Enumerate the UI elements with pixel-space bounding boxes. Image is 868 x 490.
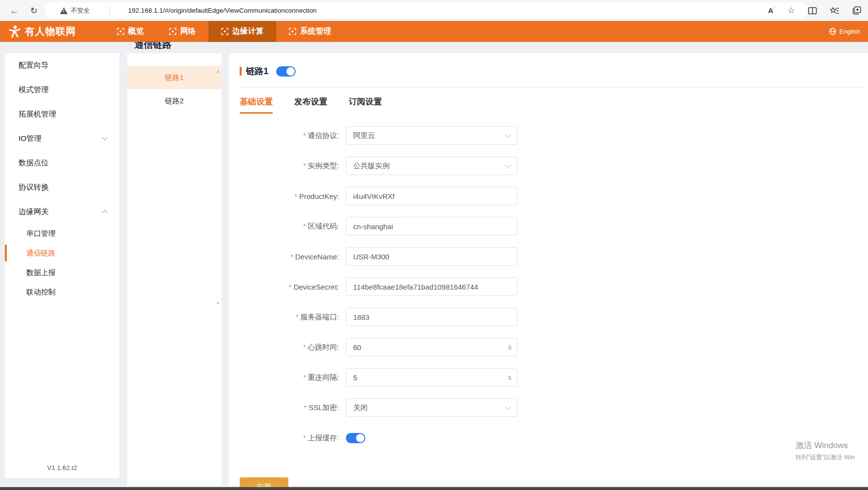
sidebar-item-mode-management[interactable]: 模式管理: [5, 78, 119, 102]
divider: [240, 87, 863, 88]
form-row-productkey: *ProductKey:: [229, 187, 868, 205]
sidebar-item-serial-management[interactable]: 串口管理: [5, 224, 119, 243]
sidebar-item-io-management[interactable]: IO管理: [5, 126, 119, 151]
sidebar-item-data-points[interactable]: 数据点位: [5, 151, 119, 175]
productkey-field: [346, 187, 517, 205]
nav-tab-edge-computing[interactable]: 边缘计算: [208, 21, 276, 42]
heartbeat-input[interactable]: [346, 338, 517, 356]
app-header: 有人物联网 概览 网络 边缘计算 系统管理 English: [0, 21, 868, 42]
nav-tab-network[interactable]: 网络: [156, 21, 208, 42]
nav-tab-label: 概览: [128, 26, 144, 37]
taskbar-edge: [0, 487, 868, 490]
main-panel: 链路1 基础设置 发布设置 订阅设置 *通信协议: 阿里云 *实例类型: 公共版…: [229, 53, 868, 486]
title-accent-bar: [240, 67, 242, 76]
select-value: 关闭: [346, 403, 368, 412]
link-item-1[interactable]: 链路1: [127, 66, 222, 89]
sidebar: 配置向导 模式管理 拓展机管理 IO管理 数据点位 协议转换 边缘网关 串口管理…: [5, 53, 119, 478]
language-label: English: [839, 28, 860, 35]
field-label: *实例类型:: [229, 161, 346, 171]
scroll-down-icon[interactable]: ▼: [216, 301, 220, 306]
field-label: *上报缓存:: [229, 433, 346, 443]
back-icon[interactable]: ←: [10, 6, 19, 15]
region-field: [346, 217, 517, 235]
field-label: *通信协议:: [229, 131, 346, 140]
tab-subscribe-settings[interactable]: 订阅设置: [349, 96, 382, 114]
form-row-devicename: *DeviceName:: [229, 247, 868, 266]
form-row-devicesecret: *DeviceSecret:: [229, 277, 868, 296]
sidebar-item-expansion-management[interactable]: 拓展机管理: [5, 102, 119, 126]
collections-add-icon[interactable]: [852, 6, 861, 15]
sidebar-item-communication-link[interactable]: 通信链路: [5, 243, 119, 263]
field-label: *重连间隔:: [229, 373, 346, 382]
ssl-select[interactable]: 关闭: [346, 398, 517, 417]
report-cache-toggle[interactable]: [346, 433, 365, 443]
server-port-field: [346, 308, 517, 326]
link-title: 链路1: [246, 65, 268, 77]
required-asterisk: *: [303, 222, 305, 230]
sidebar-item-linkage-control[interactable]: 联动控制: [5, 282, 119, 302]
scroll-up-icon[interactable]: ▲: [216, 69, 220, 74]
select-value: 公共版实例: [346, 161, 390, 171]
devicesecret-field: [346, 277, 517, 296]
chevron-down-icon: [102, 135, 107, 140]
reconnect-input[interactable]: [346, 369, 517, 386]
nav-tab-system[interactable]: 系统管理: [276, 21, 344, 42]
settings-tabs: 基础设置 发布设置 订阅设置: [240, 96, 868, 114]
field-label: *ProductKey:: [229, 192, 346, 200]
sidebar-item-config-wizard[interactable]: 配置向导: [5, 53, 119, 78]
instance-type-select[interactable]: 公共版实例: [346, 157, 517, 175]
devicename-input[interactable]: [346, 248, 517, 265]
nav-tab-overview[interactable]: 概览: [104, 21, 156, 42]
unit-suffix: s: [508, 373, 511, 381]
sidebar-item-data-report[interactable]: 数据上报: [5, 263, 119, 282]
devicename-field: [346, 247, 517, 266]
windows-activation-watermark: 激活 Windows 转到"设置"以激活 Win: [795, 440, 854, 462]
server-port-input[interactable]: [346, 308, 517, 326]
form-row-report-cache: *上报缓存:: [229, 429, 868, 447]
link-list-panel: 链路1 链路2 ▲ ▼: [127, 53, 222, 486]
region-input[interactable]: [346, 217, 517, 235]
required-asterisk: *: [303, 373, 305, 381]
link-item-2[interactable]: 链路2: [127, 89, 222, 113]
form-row-ssl: *SSL加密: 关闭: [229, 398, 868, 417]
field-label: *区域代码:: [229, 222, 346, 231]
required-asterisk: *: [295, 193, 297, 200]
language-switcher[interactable]: English: [829, 28, 860, 35]
form-row-instance-type: *实例类型: 公共版实例: [229, 157, 868, 175]
warning-icon: [60, 7, 68, 14]
protocol-select[interactable]: 阿里云: [346, 126, 517, 145]
favorites-hub-icon[interactable]: [830, 7, 839, 15]
field-label: *DeviceSecret:: [229, 283, 346, 291]
required-asterisk: *: [304, 404, 306, 412]
link-enable-toggle[interactable]: [276, 66, 296, 77]
field-label: *服务器端口:: [229, 313, 346, 322]
firmware-version: V1.1.62.t2: [5, 464, 119, 471]
sidebar-item-edge-gateway[interactable]: 边缘网关: [5, 199, 119, 224]
chevron-up-icon: [102, 210, 107, 215]
form-row-heartbeat: *心跳时间: s: [229, 338, 868, 356]
field-label: *心跳时间:: [229, 343, 346, 352]
read-aloud-icon[interactable]: A⁾: [768, 6, 774, 15]
chevron-down-icon: [505, 132, 511, 138]
brand: 有人物联网: [8, 25, 76, 38]
toggle-knob: [356, 434, 364, 442]
tab-basic-settings[interactable]: 基础设置: [240, 96, 273, 114]
refresh-icon[interactable]: ↻: [30, 6, 38, 15]
productkey-input[interactable]: [346, 187, 517, 205]
sidebar-item-protocol-conversion[interactable]: 协议转换: [5, 175, 119, 199]
chevron-down-icon: [505, 162, 511, 168]
required-asterisk: *: [303, 434, 305, 442]
unit-suffix: s: [508, 343, 511, 351]
form-row-region: *区域代码:: [229, 217, 868, 235]
site-security[interactable]: 不安全: [60, 6, 90, 15]
form-row-protocol: *通信协议: 阿里云: [229, 126, 868, 145]
nav-tab-label: 边缘计算: [232, 26, 264, 37]
url-text[interactable]: 192.168.1.1/#/origin/defaultEdge/ViewCom…: [128, 7, 317, 14]
required-asterisk: *: [303, 132, 305, 139]
toggle-knob: [286, 67, 295, 76]
security-label: 不安全: [71, 6, 90, 15]
split-screen-icon[interactable]: [808, 7, 817, 15]
tab-publish-settings[interactable]: 发布设置: [294, 96, 327, 114]
favorite-star-icon[interactable]: ☆: [788, 6, 795, 15]
devicesecret-input[interactable]: [346, 278, 517, 295]
